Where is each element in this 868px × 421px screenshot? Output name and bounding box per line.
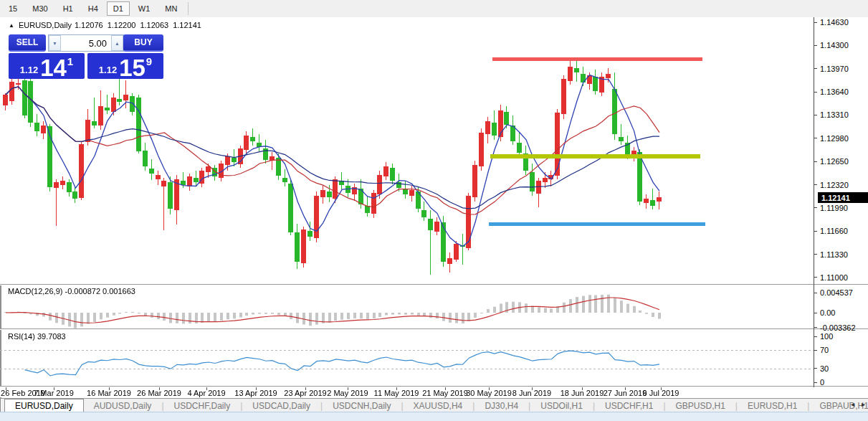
date-axis-label: 13 Apr 2019	[234, 389, 277, 397]
axis-tick	[814, 184, 817, 185]
buy-price-base: 1.12	[99, 65, 117, 75]
price-axis-label: 1.14300	[814, 40, 868, 50]
date-axis-label: 2 May 2019	[327, 389, 368, 397]
chart-title: ▲ EURUSD,Daily 1.12076 1.12200 1.12063 1…	[9, 21, 203, 29]
date-axis-label: 6 Jul 2019	[643, 389, 679, 397]
toolbar-separator	[188, 2, 189, 15]
chart-tab-bar: EURUSD,DailyAUDUSD,Daily|USDCHF,Daily|US…	[0, 398, 868, 412]
mt4-window: 15M30H1H4D1W1MN ▲ EURUSD,Daily 1.12076 1…	[0, 0, 868, 421]
tab-scroll-right-icon[interactable]: ▸	[862, 400, 865, 408]
volume-input[interactable]	[61, 35, 111, 51]
date-axis-label: 16 Mar 2019	[87, 389, 131, 397]
current-price-tag: 1.12141	[818, 192, 868, 203]
buy-quote[interactable]: 1.12 15 9	[87, 53, 163, 79]
price-axis-label: 1.12320	[814, 180, 868, 190]
timeframe-button-15[interactable]: 15	[2, 1, 24, 16]
macd-label: MACD(12,26,9) -0.000872 0.001663	[8, 287, 135, 295]
price-axis-label: 1.13970	[814, 64, 868, 74]
axis-tick	[814, 161, 817, 162]
price-axis-label: 1.14630	[814, 17, 868, 27]
symbol-label: EURUSD,Daily	[19, 21, 72, 29]
macd-axis-label: 0.004537	[814, 288, 868, 298]
macd-axis-label: 0.00	[814, 308, 868, 318]
volume-spinner: ▼ ▲	[48, 34, 124, 52]
price-axis-label: 1.12980	[814, 133, 868, 143]
status-strip	[0, 412, 868, 421]
open-value: 1.12076	[75, 21, 103, 29]
price-axis-label: 1.11330	[814, 250, 868, 260]
rsi-axis-label: 70	[814, 345, 868, 355]
date-axis-label: 7 Mar 2019	[34, 389, 74, 397]
price-axis-label: 1.11990	[814, 203, 868, 213]
date-axis-label: 18 Jun 2019	[561, 389, 604, 397]
axis-tick	[814, 207, 817, 208]
date-axis[interactable]: 26 Feb 20197 Mar 201916 Mar 201926 Mar 2…	[0, 387, 814, 397]
date-axis-label: 4 Apr 2019	[187, 389, 225, 397]
timeframe-button-m30[interactable]: M30	[26, 1, 54, 16]
rsi-axis-label: 100	[814, 331, 868, 341]
chart-tab-usdchf-daily[interactable]: USDCHF,Daily	[164, 399, 241, 412]
date-axis-label: 27 Jun 2019	[604, 389, 647, 397]
timeframe-button-mn[interactable]: MN	[158, 1, 183, 16]
sell-price-base: 1.12	[20, 65, 38, 75]
high-value: 1.12200	[108, 21, 136, 29]
timeframe-button-d1[interactable]: D1	[107, 1, 130, 16]
axis-tick	[814, 92, 817, 93]
timeframe-button-w1[interactable]: W1	[132, 1, 157, 16]
sell-button[interactable]: SELL	[9, 34, 46, 52]
chart-tab-audusd-daily[interactable]: AUDUSD,Daily	[84, 399, 162, 412]
buy-price-point: 9	[146, 55, 152, 67]
axis-tick	[814, 45, 817, 46]
axis-tick	[814, 231, 817, 232]
chart-tab-dj30-h4[interactable]: DJ30,H4	[474, 399, 528, 412]
collapse-panel-icon[interactable]: ▲	[9, 22, 14, 29]
date-axis-label: 30 May 2019	[466, 389, 512, 397]
date-axis-label: 8 Jun 2019	[512, 389, 551, 397]
date-axis-label: 26 Mar 2019	[137, 389, 181, 397]
tab-scroll-left-icon[interactable]: ◂	[851, 400, 854, 408]
chart-tab-xauusd-h4[interactable]: XAUUSD,H4	[404, 399, 473, 412]
sell-price-point: 1	[67, 55, 73, 67]
rsi-axis-label: 0	[814, 377, 868, 387]
price-axis-label: 1.13310	[814, 110, 868, 120]
volume-decrease-button[interactable]: ▼	[49, 35, 61, 51]
timeframe-bar: 15M30H1H4D1W1MN	[0, 0, 868, 18]
axis-tick	[814, 68, 817, 69]
sell-quote[interactable]: 1.12 14 1	[9, 53, 85, 79]
axis-tick	[814, 254, 817, 255]
chart-tab-usdchf-h1[interactable]: USDCHF,H1	[595, 399, 663, 412]
tab-scroll-buttons: ◂ ▸	[851, 400, 865, 408]
chart-tab-eurusd-h1[interactable]: EURUSD,H1	[738, 399, 807, 412]
rsi-label: RSI(14) 39.7083	[8, 332, 66, 341]
low-value: 1.12063	[140, 21, 168, 29]
close-value: 1.12141	[173, 21, 201, 29]
price-axis-label: 1.13640	[814, 87, 868, 97]
axis-tick	[814, 138, 817, 138]
chart-tab-eurusd-daily[interactable]: EURUSD,Daily	[4, 399, 84, 412]
rsi-axis-label: 30	[814, 364, 868, 374]
price-axis-label: 1.11660	[814, 226, 868, 236]
chart-tab-gbpusd-h1[interactable]: GBPUSD,H1	[666, 399, 735, 412]
buy-price-pips: 15	[119, 57, 146, 79]
axis-tick	[814, 22, 817, 23]
date-axis-label: 11 May 2019	[374, 389, 419, 397]
sell-price-pips: 14	[40, 57, 67, 79]
volume-increase-button[interactable]: ▲	[111, 35, 123, 51]
timeframe-button-h1[interactable]: H1	[57, 1, 80, 16]
rsi-pane-canvas[interactable]	[0, 330, 814, 386]
date-axis-label: 21 May 2019	[422, 389, 468, 397]
chart-tab-usdoil-h1[interactable]: USDOil,H1	[530, 399, 593, 412]
tabbar-grip	[0, 399, 1, 412]
timeframe-button-h4[interactable]: H4	[82, 1, 105, 16]
one-click-trade-panel: SELL ▼ ▲ BUY 1.12 14 1 1.12 15 9	[7, 33, 165, 79]
price-axis-label: 1.11000	[814, 273, 868, 283]
axis-tick	[814, 277, 817, 278]
chart-tab-usdcnh-daily[interactable]: USDCNH,Daily	[323, 399, 401, 412]
chart-tab-usdcad-daily[interactable]: USDCAD,Daily	[242, 399, 320, 412]
date-axis-label: 23 Apr 2019	[284, 389, 326, 397]
price-axis-label: 1.12650	[814, 156, 868, 166]
buy-button[interactable]: BUY	[123, 34, 163, 52]
axis-tick	[814, 115, 817, 115]
